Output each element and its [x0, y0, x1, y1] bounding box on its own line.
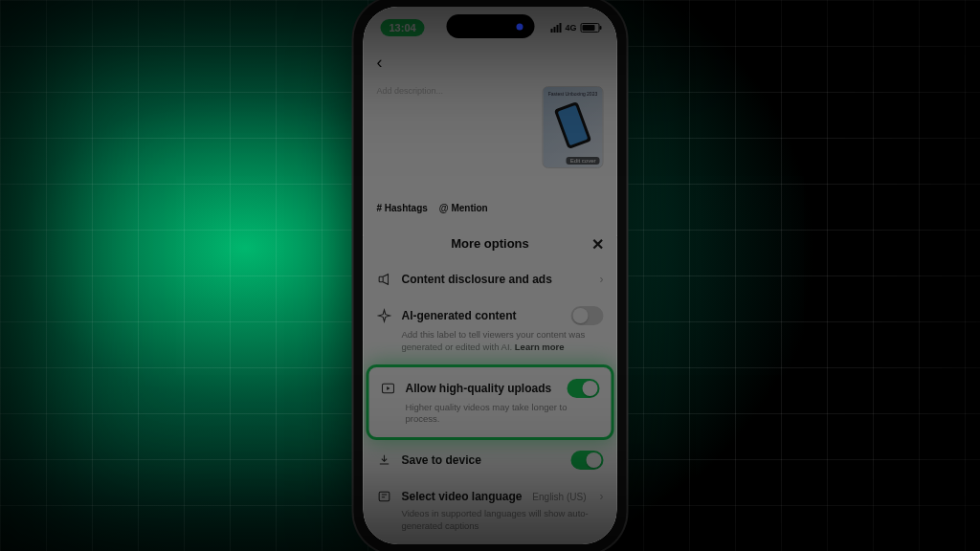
svg-rect-2: [379, 493, 390, 501]
save-device-toggle[interactable]: [571, 451, 604, 470]
close-icon[interactable]: ✕: [591, 235, 604, 253]
hq-upload-toggle[interactable]: [568, 379, 600, 398]
camera-dot: [516, 23, 523, 30]
sheet-header: More options ✕: [364, 236, 617, 262]
phone-screen: 13:04 4G ‹ Add description... Fastest Un…: [364, 7, 617, 544]
stage-background: 13:04 4G ‹ Add description... Fastest Un…: [0, 0, 980, 551]
row-audience-controls[interactable]: Audience controls ⓘ This video is limite…: [364, 542, 617, 544]
hashtags-chip[interactable]: # Hashtags: [377, 203, 428, 213]
edit-cover-tag[interactable]: Edit cover: [567, 157, 600, 165]
language-icon: [377, 489, 392, 504]
row-ai-content[interactable]: AI-generated content Add this label to t…: [364, 297, 617, 364]
upload-hd-icon: [381, 381, 396, 396]
dynamic-island: [446, 14, 534, 38]
row-subtitle: Videos in supported languages will show …: [402, 508, 604, 533]
learn-more-link[interactable]: Learn more: [515, 342, 565, 352]
phone-frame: 13:04 4G ‹ Add description... Fastest Un…: [354, 0, 627, 551]
more-options-sheet: More options ✕ Content disclosure and ad…: [364, 225, 617, 544]
post-composer: ‹ Add description... Fastest Unboxing 20…: [364, 7, 617, 236]
row-save-to-device[interactable]: Save to device: [364, 441, 617, 479]
status-right: 4G: [550, 23, 599, 33]
status-time-pill: 13:04: [381, 19, 425, 36]
row-title: AI-generated content: [402, 309, 562, 322]
row-subtitle: Add this label to tell viewers your cont…: [402, 329, 604, 354]
svg-rect-0: [379, 276, 383, 281]
row-subtitle: Higher quality videos may take longer to…: [406, 402, 600, 427]
description-placeholder[interactable]: Add description...: [377, 86, 533, 168]
back-arrow-icon[interactable]: ‹: [377, 53, 604, 73]
row-title: Select video language: [402, 490, 523, 503]
megaphone-icon: [377, 272, 392, 287]
thumb-phone-graphic: [554, 101, 591, 149]
chevron-right-icon: ›: [600, 490, 604, 503]
mention-chip[interactable]: @ Mention: [439, 203, 488, 213]
sparkle-icon: [377, 308, 392, 323]
chevron-right-icon: ›: [600, 273, 604, 286]
thumb-caption: Fastest Unboxing 2023: [547, 91, 599, 97]
row-high-quality-uploads[interactable]: Allow high-quality uploads Higher qualit…: [369, 367, 612, 438]
language-value: English (US): [532, 492, 586, 502]
cover-thumbnail[interactable]: Fastest Unboxing 2023 Edit cover: [543, 86, 604, 168]
sheet-title: More options: [451, 236, 529, 251]
network-label: 4G: [565, 23, 576, 33]
row-title: Content disclosure and ads: [402, 273, 590, 286]
download-icon: [377, 452, 392, 468]
ai-toggle[interactable]: [571, 306, 604, 325]
row-select-language[interactable]: Select video language English (US) › Vid…: [364, 479, 617, 542]
row-title: Allow high-quality uploads: [406, 382, 558, 395]
battery-icon: [581, 23, 600, 33]
row-content-disclosure[interactable]: Content disclosure and ads ›: [364, 262, 617, 297]
row-title: Save to device: [402, 453, 562, 467]
signal-bars-icon: [550, 23, 561, 33]
